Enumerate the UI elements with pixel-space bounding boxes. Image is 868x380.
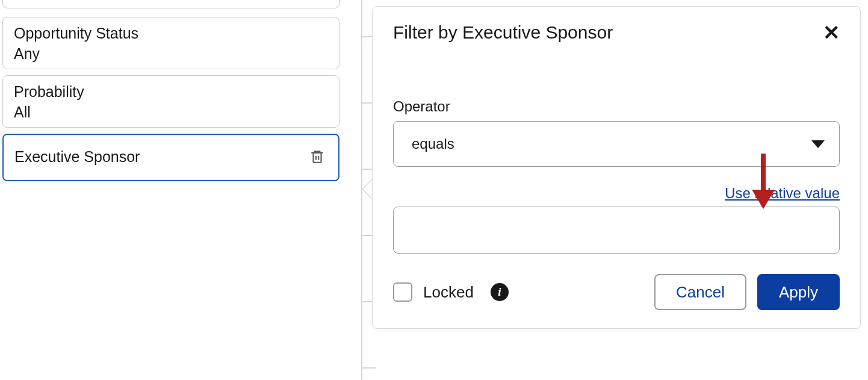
- cancel-button[interactable]: Cancel: [654, 274, 746, 310]
- apply-button[interactable]: Apply: [757, 274, 840, 310]
- chevron-down-icon: [811, 140, 825, 148]
- close-icon: ✕: [823, 21, 840, 44]
- operator-select[interactable]: equals: [393, 121, 840, 167]
- close-button[interactable]: ✕: [823, 22, 840, 43]
- delete-filter-button[interactable]: [307, 146, 327, 169]
- filter-card-probability[interactable]: Probability All: [2, 75, 339, 128]
- use-relative-value-link[interactable]: Use relative value: [725, 185, 840, 202]
- operator-field: Operator equals: [393, 98, 840, 167]
- filter-value-input[interactable]: [393, 207, 840, 254]
- filter-sidebar: Opportunity Status Any Probability All E…: [2, 0, 339, 187]
- filter-popover: Filter by Executive Sponsor ✕ Operator e…: [372, 6, 861, 329]
- filter-card-truncated: [2, 0, 339, 8]
- locked-group: Locked i: [393, 282, 509, 302]
- filter-value: All: [14, 104, 328, 121]
- filter-card-opportunity-status[interactable]: Opportunity Status Any: [2, 17, 339, 69]
- locked-checkbox[interactable]: [393, 282, 412, 302]
- info-icon[interactable]: i: [491, 283, 509, 301]
- filter-title: Opportunity Status: [14, 23, 328, 44]
- filter-title: Probability: [14, 82, 328, 102]
- locked-label: Locked: [423, 283, 474, 302]
- filter-value: Any: [14, 45, 328, 63]
- filter-title: Executive Sponsor: [14, 147, 140, 167]
- operator-value: equals: [412, 135, 454, 152]
- operator-label: Operator: [393, 98, 840, 115]
- guideline-tick: [361, 367, 376, 369]
- popover-title: Filter by Executive Sponsor: [393, 22, 613, 43]
- filter-card-executive-sponsor[interactable]: Executive Sponsor: [2, 134, 339, 181]
- trash-icon: [309, 148, 325, 167]
- svg-rect-0: [314, 152, 321, 162]
